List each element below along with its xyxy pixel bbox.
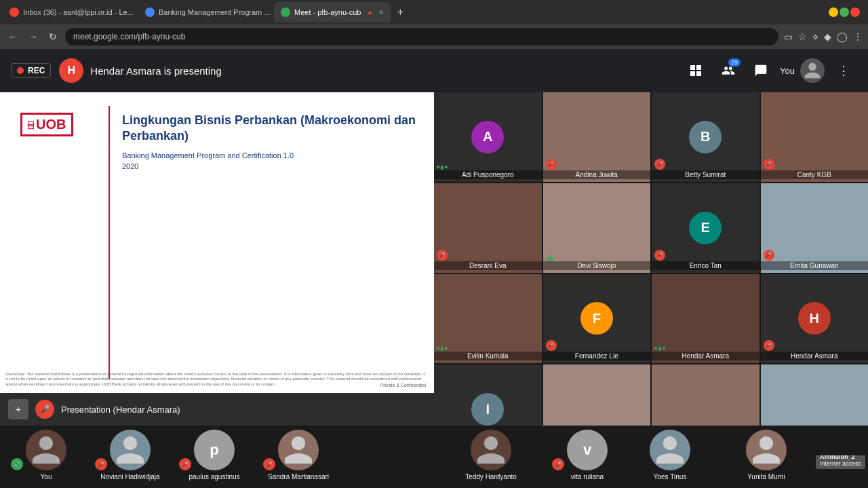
- url-text: meet.google.com/pfb-aynu-cub: [73, 32, 185, 41]
- screen-cast-icon[interactable]: ▭: [784, 31, 793, 42]
- chat-button[interactable]: [747, 57, 774, 84]
- presentation-label: Presentation (Hendar Asmara): [61, 405, 180, 415]
- paulus-mute: 🎤: [179, 458, 191, 470]
- bottom-vita: v vita ruliana 🎤: [547, 430, 628, 484]
- desrani-mute: 🎤: [437, 250, 448, 261]
- back-button[interactable]: ←: [5, 30, 20, 43]
- adi-avatar: A: [471, 121, 504, 153]
- grid-cell-andina: 🎤 Andina Juwita: [543, 92, 651, 182]
- tab-banking[interactable]: Banking Management Program ... ✕: [138, 2, 274, 22]
- teddy-avatar: [471, 430, 511, 470]
- grid-cell-devi: Devi Siswojo: [543, 183, 651, 273]
- maximize-button[interactable]: [840, 7, 849, 17]
- slide-content: Lingkungan Bisnis Perbankan (Makroekonom…: [122, 113, 420, 170]
- ernita-name: Ernita Gunawan: [761, 261, 869, 270]
- new-tab-button[interactable]: +: [391, 3, 410, 22]
- hendar1-photo-bg: [652, 274, 760, 364]
- vita-name: vita ruliana: [571, 473, 604, 481]
- adi-name: Adi Pusponegoro: [434, 170, 542, 179]
- more-icon[interactable]: ⋮: [853, 31, 863, 42]
- grid-cell-enrico: E 🎤 Enrico Tan: [652, 183, 760, 273]
- apps-icon[interactable]: ⋄: [812, 31, 818, 42]
- vita-mute: 🎤: [552, 458, 564, 470]
- presenter-label: Hendar Asmara is presenting: [90, 65, 221, 77]
- you-avatar-circle: [26, 430, 66, 470]
- you-name: You: [41, 473, 52, 481]
- presenter-avatar: H: [59, 58, 83, 83]
- bottom-yunita: Yunita Murni: [712, 430, 821, 484]
- more-options-button[interactable]: ⋮: [830, 57, 857, 84]
- you-label: You: [780, 66, 795, 76]
- rec-badge: REC: [11, 63, 51, 78]
- presentation-controls: + 🎤 Presentation (Hendar Asmara): [0, 393, 434, 426]
- andina-photo-bg: [543, 92, 651, 182]
- refresh-button[interactable]: ↻: [46, 30, 60, 43]
- tab-meet[interactable]: Meet - pfb-aynu-cub ● ✕: [274, 2, 391, 22]
- tooltip-name: Aminuloh_2: [820, 455, 855, 460]
- tab-meet-label: Meet - pfb-aynu-cub: [294, 8, 361, 16]
- minimize-button[interactable]: [829, 7, 838, 17]
- hendar2-name: Hendar Asmara: [761, 352, 869, 360]
- grid-cell-betty: B 🎤 Betty Sumirat: [652, 92, 760, 182]
- you-avatar: [800, 58, 825, 83]
- enrico-avatar: E: [689, 212, 722, 244]
- mic-mute-button[interactable]: 🎤: [35, 400, 54, 419]
- betty-avatar: B: [689, 121, 722, 153]
- address-bar: ← → ↻ meet.google.com/pfb-aynu-cub ▭ ☆ ⋄…: [0, 24, 868, 49]
- bottom-participant-noviani: Noviani Hadiwidjaja 🎤: [90, 430, 171, 484]
- ivana-avatar: I: [471, 393, 504, 426]
- presentation-slide: ⌸ UOB Lingkungan Bisnis Perbankan (Makro…: [0, 92, 434, 393]
- grid-cell-ernita: 🎤 Ernita Gunawan: [761, 183, 869, 273]
- bottom-participant-you: You 🔊: [5, 430, 87, 484]
- canty-name: Canty KGB: [761, 170, 869, 179]
- browser-chrome: Inbox (36) - asril@lppi.or.id - Le... ✕ …: [0, 0, 868, 49]
- paulus-avatar: p: [194, 430, 235, 470]
- enrico-mute: 🎤: [654, 250, 665, 261]
- evilin-name: Evilin Kumala: [434, 352, 542, 360]
- yoes-avatar: [650, 430, 690, 470]
- yunita-name: Yunita Murni: [747, 473, 785, 481]
- noviani-mute: 🎤: [95, 458, 107, 470]
- slide-confidential: Private & Confidential: [380, 383, 426, 388]
- tab-meet-close[interactable]: ●: [368, 9, 372, 16]
- tab-gmail[interactable]: Inbox (36) - asril@lppi.or.id - Le... ✕: [3, 2, 138, 22]
- top-bar-actions: 29 You ⋮: [682, 57, 857, 84]
- andina-name: Andina Juwita: [543, 170, 651, 179]
- gmail-favicon: [9, 7, 19, 17]
- bookmark-icon[interactable]: ☆: [798, 31, 807, 42]
- svg-rect-2: [690, 71, 695, 76]
- uob-text: UOB: [36, 117, 66, 132]
- paulus-name: paulus agustinus: [189, 473, 239, 481]
- hendar2-avatar: H: [798, 302, 831, 335]
- tab-banking-label: Banking Management Program ...: [159, 8, 270, 16]
- add-tile-button[interactable]: +: [8, 399, 28, 419]
- slide-disclaimer: Disclaimer: The material that follows is…: [5, 372, 429, 388]
- fernandez-name: Fernandez Lie: [543, 352, 651, 360]
- grid-cell-desrani: 🎤 Desrani Eva: [434, 183, 542, 273]
- canty-mute: 🎤: [764, 159, 774, 170]
- forward-button[interactable]: →: [26, 30, 41, 43]
- desrani-photo-bg: [434, 183, 542, 273]
- tab-meet-x[interactable]: ✕: [378, 9, 384, 16]
- url-input[interactable]: meet.google.com/pfb-aynu-cub: [65, 28, 778, 45]
- slide-subtitle: Banking Management Program and Certifica…: [122, 151, 420, 159]
- grid-view-button[interactable]: [682, 57, 709, 84]
- evilin-photo-bg: [434, 274, 542, 364]
- yunita-avatar: [746, 430, 787, 470]
- close-button[interactable]: [850, 7, 860, 17]
- you-active-indicator: 🔊: [11, 458, 23, 470]
- grid-cell-hendar1: Hendar Asmara: [652, 274, 760, 364]
- devi-name: Devi Siswojo: [543, 261, 651, 270]
- participants-button[interactable]: 29: [715, 57, 742, 84]
- betty-name: Betty Sumirat: [652, 170, 760, 179]
- profile-icon[interactable]: ◯: [837, 31, 848, 42]
- hendar2-mute: 🎤: [764, 340, 774, 351]
- tab-gmail-label: Inbox (36) - asril@lppi.or.id - Le...: [23, 8, 134, 16]
- teddy-name: Teddy Hardyanto: [465, 473, 517, 481]
- presenter-initial: H: [68, 64, 76, 77]
- tooltip-label: Internet access: [820, 460, 861, 467]
- extensions-icon[interactable]: ◆: [824, 31, 831, 42]
- grid-cell-canty: 🎤 Canty KGB: [761, 92, 869, 182]
- devi-photo-bg: [543, 183, 651, 273]
- hendar1-name: Hendar Asmara: [652, 352, 760, 360]
